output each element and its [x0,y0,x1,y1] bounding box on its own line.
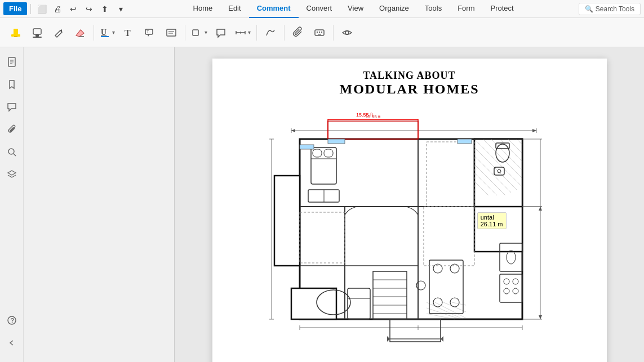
typewriter-btn[interactable] [309,23,330,43]
svg-rect-114 [328,121,418,139]
sidebar-page-icon[interactable] [2,52,22,72]
left-sidebar: ? [0,47,24,362]
share-btn[interactable]: ⬆ [97,2,112,16]
sep3 [256,25,257,41]
svg-rect-121 [458,139,472,144]
floorplan-container: untal 26.11 m 15.55 ft [224,102,596,345]
sep1 [94,25,94,41]
undo-btn[interactable]: ↩ [66,2,81,16]
nav-comment[interactable]: Comment [249,0,299,18]
svg-marker-113 [532,129,536,132]
main-layout: ? TALKING ABOUT MODULAR HOMES untal 26.1… [0,47,644,362]
doc-title-line1: TALKING ABOUT [224,70,596,82]
underline-btn[interactable]: U ▾ [97,23,117,43]
doc-page: TALKING ABOUT MODULAR HOMES untal 26.11 … [212,59,607,362]
sidebar-collapse-icon[interactable] [2,333,22,353]
underline-caret: ▾ [112,29,115,35]
nav-organize[interactable]: Organize [371,0,417,18]
stamp-btn[interactable] [27,23,47,43]
measurement-label: untal [481,214,503,221]
search-tools-label: Search Tools [596,5,634,13]
text-btn[interactable]: T [118,23,139,43]
svg-text:15.55 ft: 15.55 ft [365,114,380,119]
svg-rect-119 [300,145,314,149]
measurement-value: 26.11 m [481,221,503,227]
svg-marker-112 [291,129,295,132]
highlight-btn[interactable] [6,23,26,43]
shapes-btn[interactable]: ▾ [189,23,210,43]
sep2 [185,25,185,41]
svg-rect-5 [33,37,42,38]
nav-tools[interactable]: Tools [417,0,450,18]
svg-rect-1 [14,29,18,35]
svg-rect-24 [321,32,322,33]
svg-rect-3 [33,29,41,34]
sep4 [284,25,285,41]
svg-text:T: T [125,28,131,38]
note-btn[interactable] [211,23,231,43]
nav-form[interactable]: Form [450,0,482,18]
nav-home[interactable]: Home [185,0,221,18]
nav-view[interactable]: View [340,0,371,18]
svg-point-31 [8,149,14,154]
floorplan-svg: 15.55 ft [260,102,559,345]
doc-area[interactable]: TALKING ABOUT MODULAR HOMES untal 26.11 … [175,47,644,362]
redo-btn[interactable]: ↪ [82,2,96,16]
page-view-btn[interactable]: ⬜ [34,2,49,16]
measure-caret: ▾ [248,29,251,35]
sidebar-help-icon[interactable]: ? [2,310,22,330]
svg-rect-25 [318,34,321,35]
nav-protect[interactable]: Protect [483,0,522,18]
svg-rect-4 [35,34,39,37]
sidebar-attachment-icon[interactable] [2,119,22,140]
eraser-btn[interactable] [70,23,90,43]
sidebar-comment-icon[interactable] [2,97,22,117]
search-tools[interactable]: 🔍 Search Tools [579,3,641,15]
svg-line-32 [14,154,16,156]
svg-text:?: ? [10,317,14,324]
sidebar-search-icon[interactable] [2,142,22,162]
sidebar-bookmark-icon[interactable] [2,74,22,95]
pencil-btn[interactable] [48,23,69,43]
svg-rect-120 [328,139,345,144]
svg-text:U: U [101,28,106,37]
ink-btn[interactable] [260,23,281,43]
svg-text:T: T [146,30,149,34]
svg-rect-2 [14,36,17,37]
textbox-btn[interactable] [161,23,181,43]
doc-title: TALKING ABOUT MODULAR HOMES [224,70,596,97]
attach-btn[interactable] [288,23,308,43]
svg-rect-16 [193,30,198,35]
nav-edit[interactable]: Edit [220,0,248,18]
doc-title-line2: MODULAR HOMES [224,82,596,97]
svg-marker-128 [539,207,542,211]
file-menu[interactable]: File [3,2,27,15]
svg-point-26 [345,31,349,34]
svg-rect-22 [317,32,318,33]
menu-bar: File ⬜ 🖨 ↩ ↪ ⬆ ▾ Home Edit Comment Conve… [0,0,644,18]
nav-convert[interactable]: Convert [299,0,340,18]
svg-marker-12 [148,34,149,37]
svg-rect-13 [167,29,176,36]
callout-btn[interactable]: T [140,23,160,43]
print-btn[interactable]: 🖨 [50,2,65,16]
measure-btn[interactable]: ▾ [232,23,253,43]
measurement-tooltip: untal 26.11 m [477,212,507,229]
sep5 [333,25,334,41]
panel [24,47,175,362]
toolbar: U ▾ T T ▾ ▾ [0,18,644,47]
search-icon: 🔍 [585,5,593,13]
svg-rect-38 [328,119,418,139]
sidebar-layers-icon[interactable] [2,164,22,185]
shapes-caret: ▾ [205,29,207,35]
svg-rect-118 [390,319,441,342]
menu-nav: Home Edit Comment Convert View Organize … [185,0,522,18]
svg-rect-41 [274,176,300,266]
eye-btn[interactable] [337,23,357,43]
svg-rect-23 [319,32,320,33]
more-btn[interactable]: ▾ [113,2,128,16]
divider-1 [30,4,31,14]
svg-marker-129 [539,315,542,319]
